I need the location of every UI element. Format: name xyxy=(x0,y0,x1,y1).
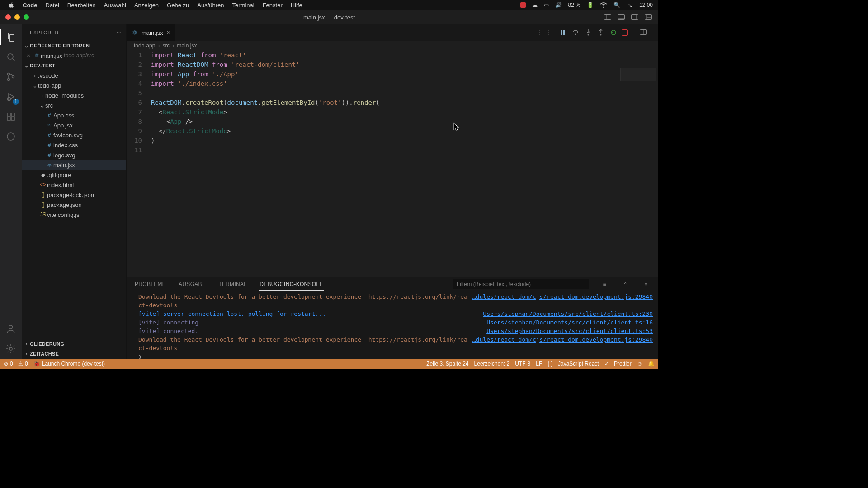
menu-fenster[interactable]: Fenster xyxy=(263,2,283,9)
activity-search[interactable] xyxy=(0,47,22,67)
status-bell-icon[interactable]: 🔔 xyxy=(648,361,655,367)
traffic-min-button[interactable] xyxy=(14,14,20,20)
status-lang[interactable]: { } JavaScript React xyxy=(547,361,599,367)
control-center-icon[interactable]: ⌥ xyxy=(627,2,633,8)
display-icon[interactable]: ▭ xyxy=(544,2,549,8)
split-editor-icon[interactable] xyxy=(640,29,647,36)
panel-close-icon[interactable]: × xyxy=(641,281,651,287)
activity-explorer[interactable] xyxy=(0,27,22,47)
menu-datei[interactable]: Datei xyxy=(46,2,59,9)
sound-icon[interactable]: 🔊 xyxy=(555,2,562,8)
more-actions-icon[interactable]: ⋯ xyxy=(649,29,655,36)
activity-account[interactable] xyxy=(0,319,22,339)
debug-restart-button[interactable] xyxy=(609,28,618,37)
file-item[interactable]: {}package.json xyxy=(22,200,126,210)
activity-extensions[interactable] xyxy=(0,107,22,127)
folder-item[interactable]: ›.vscode xyxy=(22,70,126,80)
debug-console-output[interactable]: Download the React DevTools for a better… xyxy=(127,291,658,359)
status-eol[interactable]: LF xyxy=(536,361,542,367)
file-item[interactable]: {}package-lock.json xyxy=(22,190,126,200)
layout-bottom-icon[interactable] xyxy=(615,12,627,22)
debug-pause-button[interactable] xyxy=(558,28,567,37)
apple-logo-icon[interactable] xyxy=(8,2,14,8)
status-encoding[interactable]: UTF-8 xyxy=(515,361,530,367)
wifi-icon[interactable] xyxy=(600,2,607,8)
debug-stop-button[interactable] xyxy=(622,29,628,36)
activity-remote[interactable] xyxy=(0,127,22,146)
status-launch[interactable]: 🐞Launch Chrome (dev-test) xyxy=(33,361,105,367)
file-item[interactable]: <>index.html xyxy=(22,180,126,190)
close-icon[interactable]: × xyxy=(24,52,33,59)
layout-customize-icon[interactable] xyxy=(642,12,655,22)
menu-gehe-zu[interactable]: Gehe zu xyxy=(167,2,189,9)
folder-item[interactable]: ›node_modules xyxy=(22,90,126,100)
menu-anzeigen[interactable]: Anzeigen xyxy=(134,2,159,9)
menu-app-name[interactable]: Code xyxy=(23,2,38,9)
traffic-close-button[interactable] xyxy=(5,14,11,20)
file-item[interactable]: #favicon.svg xyxy=(22,130,126,140)
activity-source-control[interactable] xyxy=(0,67,22,87)
workspace-header[interactable]: ⌄DEV-TEST xyxy=(22,61,126,70)
file-icon: JS xyxy=(39,211,47,218)
search-icon[interactable]: 🔍 xyxy=(613,2,620,8)
panel-tab-output[interactable]: AUSGABE xyxy=(178,278,207,290)
console-source-link[interactable]: Users/stephan/Documents/src/client/clien… xyxy=(486,318,653,327)
editor-code[interactable]: import React from 'react'import ReactDOM… xyxy=(148,51,658,277)
recording-indicator-icon[interactable] xyxy=(520,2,526,8)
layout-right-icon[interactable] xyxy=(628,12,641,22)
status-indent[interactable]: Leerzeichen: 2 xyxy=(474,361,510,367)
panel-tab-debug-console[interactable]: DEBUGGING-KONSOLE xyxy=(259,278,324,291)
console-prompt[interactable]: ❯ xyxy=(138,352,653,359)
file-item[interactable]: ⚛main.jsx xyxy=(22,160,126,170)
file-item[interactable]: #logo.svg xyxy=(22,150,126,160)
open-editor-item[interactable]: ×⚛main.jsx todo-app/src xyxy=(22,51,126,61)
console-source-link[interactable]: …dules/react-dom/cjs/react-dom.developme… xyxy=(472,292,653,310)
tab-mainjsx[interactable]: ⚛ main.jsx × xyxy=(127,24,175,41)
file-name: main.jsx xyxy=(41,52,62,59)
breadcrumbs[interactable]: todo-app› src› main.jsx xyxy=(127,41,658,51)
menu-bearbeiten[interactable]: Bearbeiten xyxy=(67,2,96,9)
tab-close-icon[interactable]: × xyxy=(167,29,170,36)
debug-step-into-button[interactable] xyxy=(584,28,593,37)
clock[interactable]: 12:00 xyxy=(639,2,653,8)
panel-tab-terminal[interactable]: TERMINAL xyxy=(217,278,248,290)
svg-rect-19 xyxy=(11,113,14,116)
console-source-link[interactable]: Users/stephan/Documents/src/client/clien… xyxy=(483,310,653,318)
status-prettier[interactable]: ✓ Prettier xyxy=(604,361,632,367)
status-feedback-icon[interactable]: ☺ xyxy=(637,361,642,367)
file-item[interactable]: #App.css xyxy=(22,110,126,120)
file-item[interactable]: ◆.gitignore xyxy=(22,170,126,180)
console-source-link[interactable]: …dules/react-dom/cjs/react-dom.developme… xyxy=(472,335,653,352)
file-item[interactable]: #index.css xyxy=(22,140,126,150)
cloud-icon[interactable]: ☁︎ xyxy=(532,2,538,8)
battery-icon[interactable]: 🔋 xyxy=(587,2,594,8)
activity-settings[interactable] xyxy=(0,339,22,359)
status-cursor[interactable]: Zeile 3, Spalte 24 xyxy=(426,361,468,367)
menu-ausfuehren[interactable]: Ausführen xyxy=(197,2,224,9)
debug-step-over-button[interactable] xyxy=(571,28,580,37)
traffic-max-button[interactable] xyxy=(24,14,29,20)
file-item[interactable]: ⚛App.jsx xyxy=(22,120,126,130)
panel-filter-settings-icon[interactable]: ≡ xyxy=(599,281,609,287)
debug-grip-icon[interactable]: ⋮⋮ xyxy=(537,29,555,36)
outline-header[interactable]: ›GLIEDERUNG xyxy=(22,339,126,349)
debug-step-out-button[interactable] xyxy=(596,28,605,37)
battery-percentage[interactable]: 82 % xyxy=(568,2,580,8)
console-source-link[interactable]: Users/stephan/Documents/src/client/clien… xyxy=(486,327,653,335)
panel-filter-input[interactable] xyxy=(453,279,589,289)
menu-auswahl[interactable]: Auswahl xyxy=(104,2,126,9)
explorer-more-icon[interactable]: ⋯ xyxy=(117,30,122,36)
open-editors-header[interactable]: ⌄GEÖFFNETE EDITOREN xyxy=(22,41,126,51)
menu-terminal[interactable]: Terminal xyxy=(232,2,255,9)
panel-tab-problems[interactable]: PROBLEME xyxy=(134,278,167,290)
layout-left-icon[interactable] xyxy=(601,12,614,22)
timeline-header[interactable]: ›ZEITACHSE xyxy=(22,349,126,359)
file-item[interactable]: JSvite.config.js xyxy=(22,210,126,220)
menu-hilfe[interactable]: Hilfe xyxy=(291,2,302,9)
activity-run-debug[interactable]: 1 xyxy=(0,87,22,107)
panel-maximize-icon[interactable]: ^ xyxy=(620,281,630,287)
folder-item[interactable]: ⌄src xyxy=(22,100,126,110)
minimap[interactable] xyxy=(620,68,656,81)
status-errors[interactable]: ⊘0 ⚠0 xyxy=(4,361,28,367)
folder-item[interactable]: ⌄todo-app xyxy=(22,80,126,90)
